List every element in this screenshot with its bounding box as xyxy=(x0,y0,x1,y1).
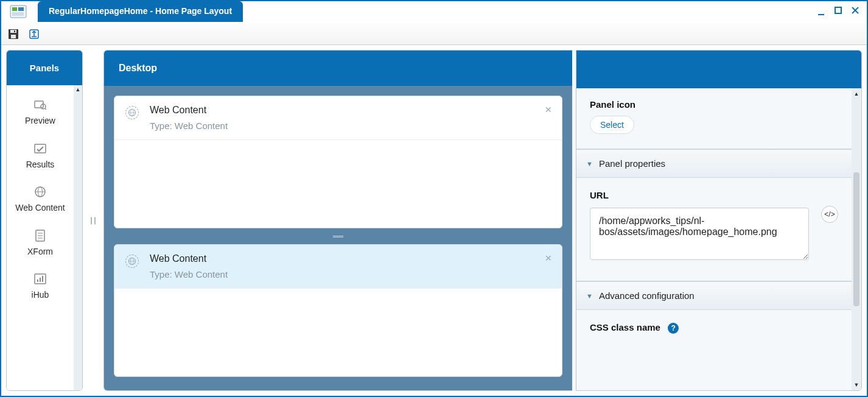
svg-rect-4 xyxy=(818,14,824,15)
window-controls xyxy=(816,5,861,16)
panel-subtitle: Type: Web Content xyxy=(150,269,228,279)
vertical-gap-handle[interactable]: ══ xyxy=(114,232,562,241)
canvas-header: Desktop xyxy=(104,51,572,86)
panels-sidebar-body: ▲ Preview Results Web Content xyxy=(7,85,82,390)
main-area: Panels ▲ Preview Results W xyxy=(1,45,867,396)
properties-body: ▲ ▼ Panel icon Select ▼ Panel properties xyxy=(576,88,861,390)
help-icon[interactable]: ? xyxy=(668,323,679,334)
chevron-down-icon: ▼ xyxy=(586,160,593,167)
section-title: Panel properties xyxy=(599,158,665,169)
globe-icon xyxy=(125,106,139,119)
layout-canvas: Desktop Web Content Type: Web Content ✕ xyxy=(103,50,572,391)
preview-icon xyxy=(9,97,71,112)
url-input[interactable] xyxy=(590,208,809,260)
sidebar-item-preview[interactable]: Preview xyxy=(7,91,74,135)
maximize-button[interactable] xyxy=(833,5,844,16)
svg-rect-5 xyxy=(835,7,841,13)
panel-subtitle: Type: Web Content xyxy=(150,121,228,131)
scrollbar-thumb[interactable] xyxy=(853,172,859,306)
panels-sidebar-header: Panels xyxy=(7,51,82,85)
panel-icon-group: Panel icon Select xyxy=(576,88,852,149)
svg-rect-1 xyxy=(12,7,17,11)
expression-button[interactable]: </> xyxy=(821,206,838,223)
sidebar-item-web-content[interactable]: Web Content xyxy=(7,178,74,222)
svg-line-16 xyxy=(45,108,46,110)
panel-title: Web Content xyxy=(150,105,228,116)
select-icon-button[interactable]: Select xyxy=(590,116,634,134)
toolbar xyxy=(1,23,867,45)
titlebar: RegularHomepageHome - Home Page Layout xyxy=(1,1,867,23)
sidebar-item-xform[interactable]: XForm xyxy=(7,222,74,266)
svg-rect-27 xyxy=(40,278,41,282)
panel-icon-label: Panel icon xyxy=(590,99,838,110)
results-icon xyxy=(9,141,71,156)
app-window: RegularHomepageHome - Home Page Layout P… xyxy=(0,0,868,397)
scroll-up-icon[interactable]: ▲ xyxy=(854,90,859,98)
canvas-body[interactable]: Web Content Type: Web Content ✕ ══ xyxy=(104,86,572,390)
left-splitter[interactable]: ┃┃ xyxy=(90,50,96,391)
css-class-field: CSS class name ? xyxy=(576,310,852,365)
svg-rect-28 xyxy=(42,276,43,282)
layout-panel[interactable]: Web Content Type: Web Content ✕ xyxy=(114,244,562,377)
svg-rect-10 xyxy=(11,35,16,38)
document-tab[interactable]: RegularHomepageHome - Home Page Layout xyxy=(38,1,243,22)
sidebar-item-label: iHub xyxy=(9,290,71,301)
layout-panel[interactable]: Web Content Type: Web Content ✕ xyxy=(114,96,562,228)
panels-sidebar: Panels ▲ Preview Results W xyxy=(6,50,83,391)
advanced-config-section[interactable]: ▼ Advanced configuration xyxy=(576,281,852,310)
sidebar-item-ihub[interactable]: iHub xyxy=(7,265,74,309)
minimize-button[interactable] xyxy=(816,5,827,16)
svg-rect-17 xyxy=(35,144,46,153)
close-button[interactable] xyxy=(850,5,861,16)
sidebar-item-label: Web Content xyxy=(9,203,71,214)
url-field: URL </> xyxy=(576,178,852,281)
globe-icon xyxy=(125,255,139,268)
properties-panel: ▲ ▼ Panel icon Select ▼ Panel properties xyxy=(576,50,862,391)
sidebar-item-results[interactable]: Results xyxy=(7,135,74,179)
sidebar-item-label: XForm xyxy=(9,247,71,258)
url-label: URL xyxy=(590,190,838,200)
panel-remove-button[interactable]: ✕ xyxy=(545,253,552,263)
panels-scrollbar[interactable]: ▲ xyxy=(74,85,82,390)
section-title: Advanced configuration xyxy=(599,290,695,301)
sidebar-item-label: Results xyxy=(9,160,71,170)
scroll-up-icon[interactable]: ▲ xyxy=(74,85,82,94)
panel-properties-section[interactable]: ▼ Panel properties xyxy=(576,149,852,178)
panel-remove-button[interactable]: ✕ xyxy=(545,105,552,114)
globe-icon xyxy=(9,184,71,199)
panel-title: Web Content xyxy=(150,253,228,264)
svg-rect-9 xyxy=(10,30,16,33)
svg-rect-11 xyxy=(14,30,15,32)
xform-icon xyxy=(9,228,71,243)
app-logo-icon xyxy=(1,1,30,18)
svg-rect-26 xyxy=(37,279,38,282)
svg-rect-3 xyxy=(12,12,24,16)
css-class-label: CSS class name ? xyxy=(590,322,838,334)
publish-button[interactable] xyxy=(28,28,40,40)
properties-scrollbar[interactable]: ▲ ▼ xyxy=(852,88,861,390)
sidebar-item-label: Preview xyxy=(9,116,71,127)
chevron-down-icon: ▼ xyxy=(586,292,593,300)
ihub-icon xyxy=(9,272,71,286)
scroll-down-icon[interactable]: ▼ xyxy=(854,381,859,389)
properties-header-spacer xyxy=(576,51,861,88)
save-button[interactable] xyxy=(7,28,19,40)
svg-rect-2 xyxy=(18,7,24,11)
